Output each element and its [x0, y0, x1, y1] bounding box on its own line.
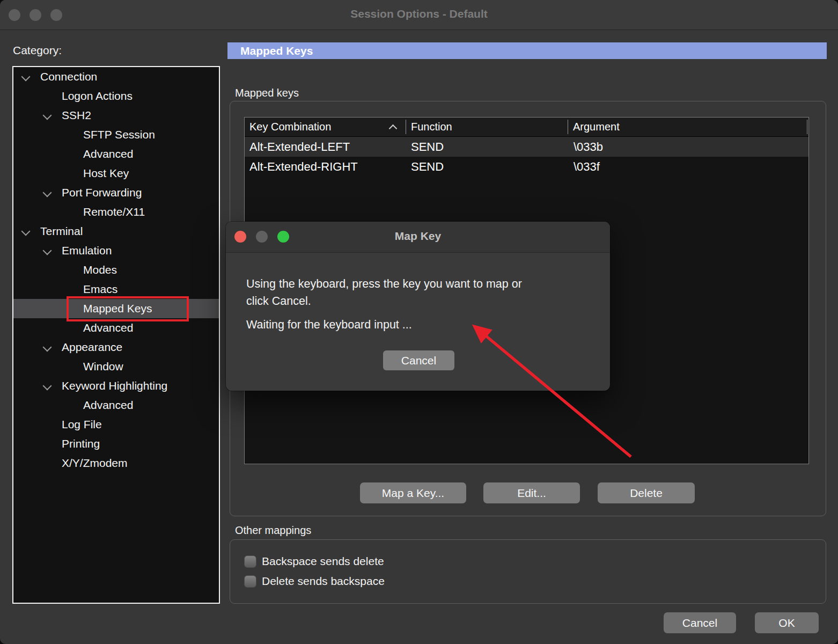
window-title: Session Options - Default [0, 8, 838, 20]
table-row[interactable]: Alt-Extended-RIGHT SEND \033f [245, 157, 808, 177]
table-row[interactable]: Alt-Extended-LEFT SEND \033b [245, 137, 808, 157]
sidebar-item-printing[interactable]: Printing [13, 434, 219, 453]
sidebar-item-remote-x11[interactable]: Remote/X11 [13, 202, 219, 222]
chevron-down-icon[interactable] [43, 111, 52, 120]
dialog-cancel-button[interactable]: Cancel [383, 350, 454, 370]
dialog-title: Map Key [226, 230, 610, 243]
dialog-message: Using the keyboard, press the key you wa… [246, 275, 594, 310]
sidebar-item-terminal[interactable]: Terminal [13, 222, 219, 241]
sidebar-item-xyzmodem[interactable]: X/Y/Zmodem [13, 453, 219, 473]
sidebar-item-port-forwarding[interactable]: Port Forwarding [13, 183, 219, 202]
chevron-down-icon[interactable] [43, 246, 52, 255]
page-title: Mapped Keys [227, 42, 827, 59]
sort-ascending-icon [389, 125, 398, 133]
checkbox-label: Backspace sends delete [262, 555, 384, 568]
chevron-down-icon[interactable] [21, 227, 31, 236]
session-options-window: Session Options - Default Category: Conn… [0, 0, 838, 644]
sidebar-item-connection[interactable]: Connection [13, 67, 219, 86]
cancel-button[interactable]: Cancel [664, 612, 736, 633]
dialog-status-text: Waiting for the keyboard input ... [246, 318, 412, 332]
chevron-down-icon[interactable] [43, 382, 52, 391]
chevron-down-icon[interactable] [43, 188, 52, 197]
sidebar-item-emulation[interactable]: Emulation [13, 241, 219, 260]
other-mappings-groupbox [230, 539, 826, 604]
sidebar-item-emacs[interactable]: Emacs [13, 280, 219, 299]
map-a-key-button[interactable]: Map a Key... [360, 482, 466, 503]
window-titlebar: Session Options - Default [0, 0, 838, 30]
delete-button[interactable]: Delete [598, 482, 695, 503]
column-divider[interactable] [406, 120, 406, 134]
sidebar-item-log-file[interactable]: Log File [13, 415, 219, 434]
sidebar-item-logon-actions[interactable]: Logon Actions [13, 86, 219, 106]
sidebar-item-keyword-highlighting[interactable]: Keyword Highlighting [13, 376, 219, 396]
chevron-down-icon[interactable] [43, 343, 52, 352]
sidebar-item-sftp-session[interactable]: SFTP Session [13, 125, 219, 144]
other-mappings-group-label: Other mappings [235, 524, 311, 537]
checkbox-unchecked[interactable] [244, 575, 256, 588]
sidebar-item-mapped-keys[interactable]: Mapped Keys [13, 299, 219, 318]
ok-button[interactable]: OK [755, 612, 819, 633]
checkbox-row-delete-sends-backspace[interactable]: Delete sends backspace [244, 575, 385, 588]
sidebar-item-appearance[interactable]: Appearance [13, 338, 219, 357]
checkbox-label: Delete sends backspace [262, 575, 385, 588]
sidebar-item-window[interactable]: Window [13, 357, 219, 376]
sidebar-item-emulation-advanced[interactable]: Advanced [13, 318, 219, 338]
category-label: Category: [13, 44, 62, 57]
sidebar-item-modes[interactable]: Modes [13, 260, 219, 280]
sidebar-item-keyword-advanced[interactable]: Advanced [13, 396, 219, 415]
column-header-function[interactable]: Function [411, 118, 452, 136]
table-header-row: Key Combination Function Argument [245, 118, 808, 137]
sidebar-item-ssh2[interactable]: SSH2 [13, 106, 219, 125]
column-header-argument[interactable]: Argument [573, 118, 620, 136]
map-key-dialog: Map Key Using the keyboard, press the ke… [226, 222, 610, 391]
dialog-titlebar: Map Key [226, 222, 610, 253]
sidebar-item-host-key[interactable]: Host Key [13, 164, 219, 183]
mapped-keys-group-label: Mapped keys [235, 87, 299, 99]
category-tree: Connection Logon Actions SSH2 SFTP Sessi… [12, 66, 220, 604]
checkbox-unchecked[interactable] [244, 555, 256, 568]
checkbox-row-backspace-sends-delete[interactable]: Backspace sends delete [244, 555, 384, 568]
column-header-key-combination[interactable]: Key Combination [249, 118, 331, 136]
chevron-down-icon[interactable] [21, 72, 31, 82]
column-divider[interactable] [568, 120, 568, 134]
edit-button[interactable]: Edit... [483, 482, 580, 503]
sidebar-item-ssh2-advanced[interactable]: Advanced [13, 144, 219, 164]
column-divider[interactable] [807, 120, 807, 134]
